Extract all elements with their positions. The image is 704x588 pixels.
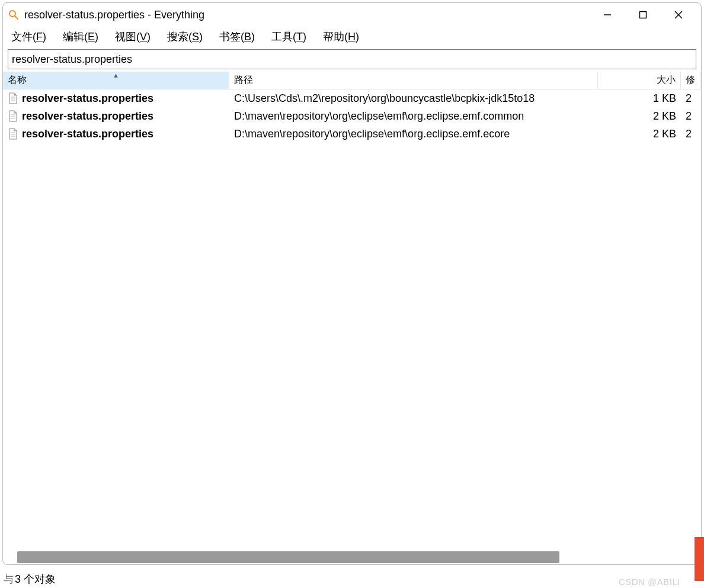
file-icon xyxy=(8,127,18,140)
cell-name: resolver-status.properties xyxy=(3,127,229,140)
menu-bookmark[interactable]: 书签(B) xyxy=(216,28,258,45)
app-search-icon xyxy=(8,9,20,21)
cell-name: resolver-status.properties xyxy=(3,110,229,123)
status-prefix: 与 xyxy=(4,573,14,586)
watermark: CSDN @ABILI xyxy=(619,577,680,587)
menu-edit[interactable]: 编辑(E) xyxy=(59,28,102,45)
menu-file[interactable]: 文件(F) xyxy=(8,28,50,45)
cell-size: 2 KB xyxy=(598,110,681,123)
window-title: resolver-status.properties - Everything xyxy=(24,9,590,21)
menu-view[interactable]: 视图(V) xyxy=(111,28,154,45)
file-name: resolver-status.properties xyxy=(22,92,153,105)
svg-line-1 xyxy=(15,16,18,19)
list-item[interactable]: resolver-status.properties C:\Users\Cds\… xyxy=(3,89,701,107)
file-name: resolver-status.properties xyxy=(22,110,153,123)
cell-path: C:\Users\Cds\.m2\repository\org\bouncyca… xyxy=(229,92,598,105)
cell-extra: 2 xyxy=(681,92,701,105)
column-header-extra[interactable]: 修 xyxy=(681,72,701,89)
titlebar: resolver-status.properties - Everything xyxy=(3,3,701,27)
column-headers: 名称 ▲ 路径 大小 修 xyxy=(3,72,701,89)
file-icon xyxy=(8,92,18,105)
column-header-name[interactable]: 名称 ▲ xyxy=(3,72,229,89)
cell-name: resolver-status.properties xyxy=(3,92,229,105)
window-controls xyxy=(590,3,696,27)
cell-size: 1 KB xyxy=(598,92,681,105)
cell-extra: 2 xyxy=(681,110,701,123)
menu-search[interactable]: 搜索(S) xyxy=(164,28,206,45)
file-icon xyxy=(8,110,18,123)
app-window: resolver-status.properties - Everything … xyxy=(2,2,702,565)
cell-extra: 2 xyxy=(681,128,701,140)
column-header-size[interactable]: 大小 xyxy=(598,72,681,89)
search-input[interactable] xyxy=(8,49,696,69)
column-header-path[interactable]: 路径 xyxy=(229,72,598,89)
svg-rect-3 xyxy=(640,12,647,18)
file-name: resolver-status.properties xyxy=(22,128,153,140)
search-row xyxy=(3,47,701,72)
sort-asc-icon: ▲ xyxy=(113,72,119,79)
maximize-button[interactable] xyxy=(625,3,661,27)
cell-size: 2 KB xyxy=(598,128,681,140)
menu-help[interactable]: 帮助(H) xyxy=(319,28,363,45)
corner-decoration xyxy=(695,537,704,581)
list-item[interactable]: resolver-status.properties D:\maven\repo… xyxy=(3,107,701,125)
statusbar: 与 3 个对象 xyxy=(0,570,704,588)
cell-path: D:\maven\repository\org\eclipse\emf\org.… xyxy=(229,110,598,123)
menubar: 文件(F) 编辑(E) 视图(V) 搜索(S) 书签(B) 工具(T) 帮助(H… xyxy=(3,27,701,47)
scrollbar-thumb[interactable] xyxy=(17,551,559,563)
list-item[interactable]: resolver-status.properties D:\maven\repo… xyxy=(3,125,701,143)
close-button[interactable] xyxy=(661,3,696,27)
horizontal-scrollbar[interactable] xyxy=(17,551,695,563)
minimize-button[interactable] xyxy=(590,3,625,27)
results-list[interactable]: resolver-status.properties C:\Users\Cds\… xyxy=(3,89,701,549)
status-text: 3 个对象 xyxy=(15,572,56,586)
cell-path: D:\maven\repository\org\eclipse\emf\org.… xyxy=(229,128,598,140)
menu-tools[interactable]: 工具(T) xyxy=(268,28,310,45)
